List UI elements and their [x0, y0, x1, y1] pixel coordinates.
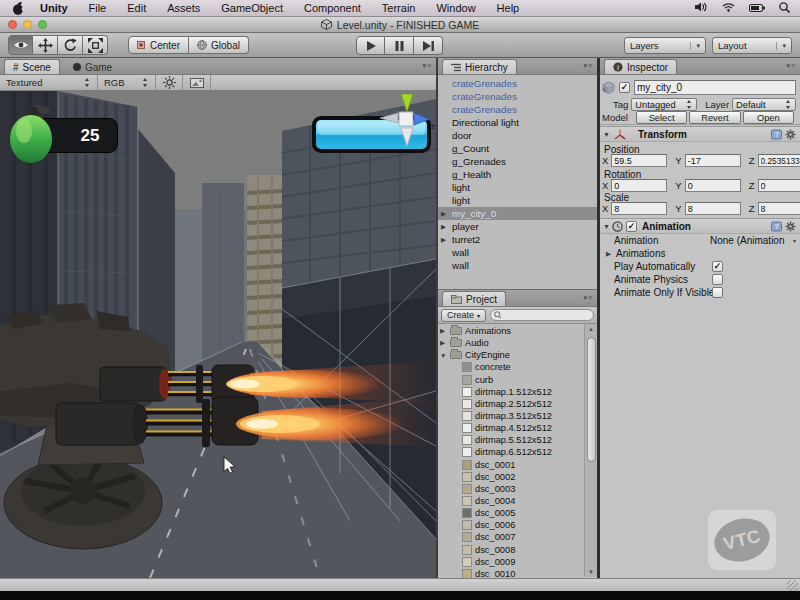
search-input[interactable] [503, 310, 590, 320]
panel-menu-icon[interactable]: ▾≡ [786, 62, 796, 70]
gear-icon[interactable] [785, 221, 796, 232]
battery-icon[interactable] [749, 2, 765, 14]
animate-physics-checkbox[interactable] [712, 274, 723, 285]
hierarchy-item[interactable]: wall [438, 259, 597, 272]
panel-menu-icon[interactable]: ▾≡ [422, 62, 432, 70]
hierarchy-item[interactable]: crateGrenades [438, 77, 597, 90]
window-title-bar[interactable]: Level.unity - FINISHED GAME [0, 17, 800, 33]
menu-component[interactable]: Component [304, 2, 361, 14]
hierarchy-item[interactable]: crateGrenades [438, 90, 597, 103]
object-name-field[interactable] [634, 80, 796, 95]
panel-divider[interactable] [436, 58, 438, 578]
menu-unity[interactable]: Unity [40, 2, 68, 14]
project-asset[interactable]: dsc_0004 [438, 495, 584, 507]
position-z-field[interactable] [758, 154, 800, 167]
project-asset[interactable]: dsc_0001 [438, 459, 584, 471]
scrollbar-thumb[interactable] [587, 337, 596, 462]
animation-component-header[interactable]: ▼ ✓ Animation ? [600, 218, 800, 234]
color-mode-dropdown[interactable]: RGB [98, 75, 156, 90]
project-asset[interactable]: dirtmap.2.512x512 [438, 398, 584, 410]
scroll-up-icon[interactable]: ▲ [588, 326, 594, 332]
hierarchy-item[interactable]: g_Count [438, 142, 597, 155]
menu-assets[interactable]: Assets [167, 2, 200, 14]
project-asset[interactable]: dsc_0003 [438, 483, 584, 495]
spotlight-icon[interactable] [779, 2, 790, 15]
tab-project[interactable]: Project [442, 291, 506, 306]
project-asset[interactable]: concrete [438, 361, 584, 373]
project-folder[interactable]: ▶Animations [438, 325, 584, 337]
chevron-down-icon[interactable]: ▼ [603, 223, 610, 230]
step-button[interactable] [414, 36, 443, 55]
rotation-y-field[interactable] [685, 179, 741, 192]
hierarchy-item[interactable]: ▶player [438, 220, 597, 233]
hierarchy-item-selected[interactable]: ▶my_city_0 [438, 207, 597, 220]
project-folder[interactable]: ▼CityEngine [438, 349, 584, 361]
scene-gizmo[interactable]: z [372, 91, 436, 153]
rotate-tool-button[interactable] [58, 35, 83, 55]
project-scrollbar[interactable]: ▲ ▼ [584, 324, 597, 577]
render-mode-dropdown[interactable]: Textured [0, 75, 98, 90]
menu-help[interactable]: Help [497, 2, 520, 14]
animation-clip-dropdown[interactable]: None (Animation Cl [710, 235, 786, 246]
project-asset[interactable]: dirtmap.5.512x512 [438, 434, 584, 446]
scale-z-field[interactable] [758, 202, 800, 215]
position-y-field[interactable] [685, 154, 741, 167]
hierarchy-item[interactable]: door [438, 129, 597, 142]
rotation-z-field[interactable] [758, 179, 800, 192]
animate-only-if-visible-checkbox[interactable] [712, 287, 723, 298]
layout-dropdown[interactable]: Layout▾ [712, 37, 792, 54]
project-asset[interactable]: dsc_0002 [438, 471, 584, 483]
project-asset[interactable]: dirtmap.6.512x512 [438, 446, 584, 458]
search-field[interactable] [490, 309, 594, 321]
play-automatically-checkbox[interactable]: ✓ [712, 261, 723, 272]
menu-terrain[interactable]: Terrain [382, 2, 416, 14]
scale-x-field[interactable] [611, 202, 667, 215]
tab-hierarchy[interactable]: Hierarchy [442, 59, 517, 74]
help-book-icon[interactable]: ? [771, 221, 782, 232]
menu-gameobject[interactable]: GameObject [221, 2, 283, 14]
chevron-down-icon[interactable]: ▼ [440, 352, 446, 359]
create-button[interactable]: Create▾ [441, 309, 486, 322]
scroll-down-icon[interactable]: ▼ [588, 569, 594, 575]
project-asset[interactable]: dsc_0007 [438, 531, 584, 543]
view-tool-button[interactable] [8, 35, 33, 55]
hierarchy-item[interactable]: Directional light [438, 116, 597, 129]
hierarchy-item[interactable]: g_Grenades [438, 155, 597, 168]
project-folder[interactable]: ▶Audio [438, 337, 584, 349]
layers-dropdown[interactable]: Layers▾ [624, 37, 706, 54]
hierarchy-item[interactable]: light [438, 194, 597, 207]
pivot-center-button[interactable]: Center [128, 36, 189, 54]
tab-game[interactable]: Game [64, 59, 121, 74]
project-asset[interactable]: dsc_0006 [438, 519, 584, 531]
project-asset[interactable]: curb [438, 374, 584, 386]
pause-button[interactable] [385, 36, 414, 55]
pivot-global-button[interactable]: Global [189, 36, 249, 54]
panel-menu-icon[interactable]: ▾≡ [583, 294, 593, 302]
tab-scene[interactable]: #Scene [4, 59, 60, 74]
panel-divider[interactable] [597, 58, 600, 578]
model-revert-button[interactable]: Revert [689, 111, 740, 124]
menu-file[interactable]: File [89, 2, 107, 14]
project-asset[interactable]: dirtmap.4.512x512 [438, 422, 584, 434]
help-book-icon[interactable]: ? [771, 129, 782, 140]
panel-menu-icon[interactable]: ▾≡ [583, 62, 593, 70]
hierarchy-item[interactable]: light [438, 181, 597, 194]
menu-edit[interactable]: Edit [127, 2, 146, 14]
panel-divider[interactable] [438, 289, 597, 290]
resize-grip[interactable] [787, 580, 798, 591]
gear-icon[interactable] [785, 129, 796, 140]
play-button[interactable] [356, 36, 385, 55]
chevron-right-icon[interactable]: ▶ [440, 327, 445, 335]
project-asset[interactable]: dsc_0009 [438, 556, 584, 568]
move-tool-button[interactable] [33, 35, 58, 55]
rotation-x-field[interactable] [611, 179, 667, 192]
project-asset[interactable]: dsc_0008 [438, 544, 584, 556]
hierarchy-item[interactable]: crateGrenades [438, 103, 597, 116]
chevron-right-icon[interactable]: ▶ [440, 339, 445, 347]
animation-enabled-checkbox[interactable]: ✓ [626, 221, 637, 232]
chevron-right-icon[interactable]: ▶ [441, 236, 446, 244]
position-x-field[interactable] [611, 154, 667, 167]
chevron-right-icon[interactable]: ▶ [441, 210, 446, 218]
hierarchy-item[interactable]: wall [438, 246, 597, 259]
transform-component-header[interactable]: ▼ Transform ? [600, 126, 800, 142]
